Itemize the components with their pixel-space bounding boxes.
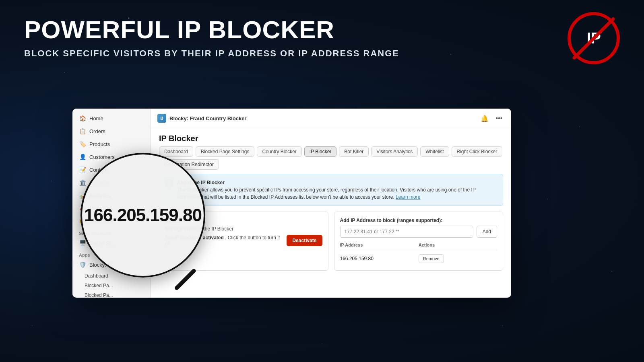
content-area: ℹ️ About the IP Blocker The IP Blocker a…: [151, 174, 511, 298]
products-icon: 🏷️: [79, 141, 86, 147]
status-subtitle: Manage status of the IP Blocker: [165, 226, 322, 232]
sidebar-sub-blocked-page-label: Blocked Pa...: [85, 283, 113, 288]
sidebar-item-analytics[interactable]: 📊 Analytics: [72, 189, 151, 202]
deactivate-button[interactable]: Deactivate: [287, 235, 322, 246]
sidebar-item-marketing[interactable]: 📣 Marketing: [72, 202, 151, 215]
ip-badge: IP: [568, 12, 620, 64]
ip-section-add-label: Add IP Address to block (ranges supporte…: [340, 218, 497, 223]
bell-button[interactable]: 🔔: [479, 113, 490, 124]
remove-ip-button[interactable]: Remove: [419, 254, 444, 263]
sidebar-label-customers: Customers: [89, 154, 115, 160]
info-icon: ℹ️: [165, 179, 173, 201]
more-button[interactable]: •••: [493, 113, 505, 124]
page-title: IP Blocker: [151, 128, 511, 146]
actions-col-header: Actions: [419, 243, 497, 247]
tab-whitelist[interactable]: Whitelist: [420, 146, 449, 157]
tab-geolocation-redirector[interactable]: Geolocation Redirector: [159, 159, 219, 170]
marketing-icon: 📣: [79, 205, 86, 212]
main-content: B Blocky: Fraud Country Blocker 🔔 ••• IP…: [151, 109, 511, 298]
info-description: The IP Blocker allows you to prevent spe…: [177, 187, 476, 200]
finances-icon: 🏛️: [79, 179, 86, 186]
tab-dashboard[interactable]: Dashboard: [159, 146, 193, 157]
app-header: B Blocky: Fraud Country Blocker 🔔 •••: [151, 109, 511, 128]
ip-input-field[interactable]: [340, 226, 473, 238]
tab-ip-blocker[interactable]: IP Blocker: [304, 146, 336, 157]
sidebar-item-products[interactable]: 🏷️ Products: [72, 138, 151, 150]
ip-address-section: Add IP Address to block (ranges supporte…: [334, 212, 504, 271]
discounts-icon: 🎫: [79, 218, 86, 224]
app-window: 🏠 Home 📋 Orders 🏷️ Products 👤 Customers …: [72, 109, 511, 298]
hero-subtitle: BLOCK SPECIFIC VISITORS BY THEIR IP ADDR…: [24, 48, 399, 59]
sidebar-label-home: Home: [89, 115, 103, 121]
sidebar-item-online-store[interactable]: 🖥️ Online St...: [72, 237, 151, 249]
sidebar-sub-dashboard-label: Dashboard: [85, 273, 108, 279]
app-header-left: B Blocky: Fraud Country Blocker: [157, 114, 246, 123]
status-row: The IP Blocker is activated . Click the …: [165, 235, 322, 246]
sidebar-sub-country-blocker[interactable]: Blocked Pa...: [72, 290, 151, 298]
ip-col-header: IP Address: [340, 243, 419, 247]
sidebar-label-online-store: Online St...: [89, 240, 115, 246]
sidebar-item-home[interactable]: 🏠 Home: [72, 112, 151, 125]
sidebar: 🏠 Home 📋 Orders 🏷️ Products 👤 Customers …: [72, 109, 151, 298]
sidebar-item-finances[interactable]: 🏛️ Finances: [72, 176, 151, 189]
ip-badge-circle: IP: [568, 12, 620, 64]
app-logo: B: [157, 114, 166, 123]
status-title: Status: [165, 218, 322, 224]
sidebar-sub-blocked-page[interactable]: Blocked Pa...: [72, 281, 151, 290]
sales-channels-section: Sales channels: [72, 228, 151, 237]
tab-visitors-analytics[interactable]: Visitors Analytics: [371, 146, 418, 157]
sidebar-item-content[interactable]: 📝 Content: [72, 163, 151, 176]
blocky-icon: 🛡️: [79, 261, 86, 268]
sidebar-label-analytics: Analytics: [89, 193, 110, 199]
status-section: Status Manage status of the IP Blocker T…: [159, 212, 328, 271]
ip-table-row: 166.205.159.80 Remove: [340, 253, 497, 265]
hero-title: POWERFUL IP BLOCKER: [24, 16, 399, 43]
status-text-prefix: The IP Blocker is: [165, 235, 201, 241]
content-icon: 📝: [79, 167, 86, 173]
hero-section: POWERFUL IP BLOCKER BLOCK SPECIFIC VISIT…: [24, 16, 399, 59]
app-header-actions: 🔔 •••: [479, 113, 505, 124]
info-box: ℹ️ About the IP Blocker The IP Blocker a…: [159, 174, 503, 206]
sidebar-item-customers[interactable]: 👤 Customers: [72, 150, 151, 163]
info-title: About the IP Blocker: [177, 180, 225, 185]
ip-input-row: Add: [340, 226, 497, 238]
status-value: activated: [203, 235, 224, 241]
sidebar-sub-country-blocker-label: Blocked Pa...: [85, 292, 113, 298]
add-ip-button[interactable]: Add: [477, 226, 497, 238]
sidebar-label-finances: Finances: [89, 180, 111, 186]
sidebar-item-orders[interactable]: 📋 Orders: [72, 125, 151, 138]
sidebar-label-products: Products: [89, 141, 110, 147]
sidebar-label-marketing: Marketing: [89, 206, 112, 212]
ip-table-header: IP Address Actions: [340, 243, 497, 250]
tab-bar: Dashboard Blocked Page Settings Country …: [151, 146, 511, 174]
sidebar-label-content: Content: [89, 167, 108, 173]
home-icon: 🏠: [79, 115, 86, 121]
sidebar-label-discounts: Discounts: [89, 218, 112, 224]
tab-country-blocker[interactable]: Country Blocker: [257, 146, 301, 157]
apps-section: Apps: [72, 249, 151, 258]
ip-badge-text: IP: [587, 30, 601, 47]
sidebar-sub-dashboard[interactable]: Dashboard: [72, 271, 151, 281]
ip-entry-value: 166.205.159.80: [340, 256, 419, 261]
customers-icon: 👤: [79, 154, 86, 160]
sidebar-item-discounts[interactable]: 🎫 Discounts: [72, 215, 151, 228]
app-logo-text: B: [160, 116, 163, 121]
info-text: About the IP Blocker The IP Blocker allo…: [177, 179, 497, 201]
two-col-section: Status Manage status of the IP Blocker T…: [159, 212, 503, 271]
sidebar-label-orders: Orders: [89, 128, 105, 134]
sidebar-label-blocky: Blocky: F...: [89, 262, 115, 268]
tab-right-click-blocker[interactable]: Right Click Blocker: [452, 146, 503, 157]
app-header-title: Blocky: Fraud Country Blocker: [169, 115, 246, 121]
orders-icon: 📋: [79, 128, 86, 134]
learn-more-link[interactable]: Learn more: [396, 194, 420, 200]
analytics-icon: 📊: [79, 192, 86, 199]
sidebar-item-blocky[interactable]: 🛡️ Blocky: F...: [72, 258, 151, 271]
status-message: The IP Blocker is activated . Click the …: [165, 235, 287, 246]
tab-blocked-page-settings[interactable]: Blocked Page Settings: [196, 146, 255, 157]
online-store-icon: 🖥️: [79, 240, 86, 246]
tab-bot-killer[interactable]: Bot Killer: [339, 146, 369, 157]
